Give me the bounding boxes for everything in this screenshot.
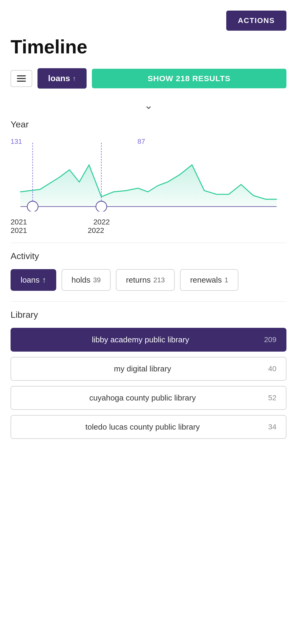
lib-count-libby-academy: 209 <box>264 335 276 344</box>
lib-chip-cuyahoga[interactable]: cuyahoga county public library 52 <box>11 386 286 410</box>
svg-point-4 <box>96 201 107 211</box>
activity-chips: loans ↑ holds 39 returns 213 renewals 1 <box>0 266 297 296</box>
loans-filter-label: loans <box>48 73 70 83</box>
svg-point-3 <box>27 201 38 211</box>
chip-returns-count: 213 <box>153 276 165 284</box>
chip-loans[interactable]: loans ↑ <box>11 269 56 291</box>
chip-renewals[interactable]: renewals 1 <box>180 269 238 291</box>
lib-name-toledo-lucas: toledo lucas county public library <box>21 422 265 431</box>
page-title: Timeline <box>0 33 297 66</box>
lib-count-toledo-lucas: 34 <box>268 423 276 431</box>
range-labels: 2021 2022 <box>11 218 286 226</box>
loans-filter-button[interactable]: loans ↑ <box>37 68 87 89</box>
chip-holds-count: 39 <box>93 276 101 284</box>
divider-library <box>11 301 286 302</box>
chip-holds[interactable]: holds 39 <box>62 269 111 291</box>
toolbar: loans ↑ SHOW 218 RESULTS <box>0 66 297 96</box>
chip-renewals-label: renewals <box>190 275 222 284</box>
lib-count-my-digital: 40 <box>268 365 276 373</box>
year-2021: 2021 <box>11 226 27 235</box>
chart-container: 131 87 <box>0 135 297 218</box>
divider-activity <box>11 243 286 243</box>
library-section-label: Library <box>0 307 297 325</box>
lib-chip-libby-academy[interactable]: libby academy public library 209 <box>11 328 286 352</box>
activity-section-label: Activity <box>0 248 297 266</box>
range-start-label: 2021 <box>11 218 27 226</box>
lib-name-libby-academy: libby academy public library <box>21 335 260 344</box>
range-area: 2021 2022 2021 2022 <box>0 218 297 237</box>
header: ACTIONS <box>0 0 297 33</box>
show-results-button[interactable]: SHOW 218 RESULTS <box>92 69 286 88</box>
chip-loans-label: loans <box>21 275 40 284</box>
chart-annotation-right: 87 <box>138 137 145 146</box>
chevron-down-icon: ⌄ <box>144 99 153 111</box>
lib-chip-toledo-lucas[interactable]: toledo lucas county public library 34 <box>11 415 286 439</box>
chip-renewals-count: 1 <box>224 276 228 284</box>
chip-returns[interactable]: returns 213 <box>116 269 175 291</box>
actions-button[interactable]: ACTIONS <box>226 11 286 31</box>
chart-annotation-left: 131 <box>11 137 22 146</box>
menu-button[interactable] <box>11 70 32 87</box>
range-end-label: 2022 <box>93 218 110 226</box>
chart-svg <box>11 143 286 213</box>
loans-up-icon: ↑ <box>42 275 46 284</box>
year-section-label: Year <box>0 117 297 135</box>
year-2022: 2022 <box>88 226 104 235</box>
chevron-row: ⌄ <box>0 96 297 117</box>
library-chips: libby academy public library 209 my digi… <box>0 325 297 444</box>
menu-line <box>17 78 26 79</box>
lib-name-my-digital: my digital library <box>21 364 265 373</box>
chip-returns-label: returns <box>126 275 150 284</box>
lib-name-cuyahoga: cuyahoga county public library <box>21 393 265 402</box>
chip-holds-label: holds <box>72 275 91 284</box>
menu-line <box>17 81 26 82</box>
lib-chip-my-digital[interactable]: my digital library 40 <box>11 357 286 381</box>
loans-arrow-icon: ↑ <box>73 75 76 82</box>
menu-line <box>17 75 26 76</box>
lib-count-cuyahoga: 52 <box>268 394 276 402</box>
